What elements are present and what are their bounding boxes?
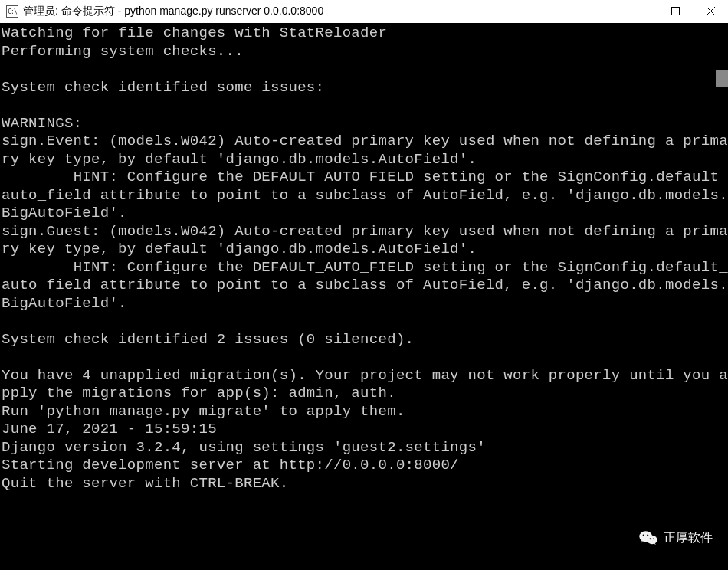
scrollbar-thumb[interactable] [716,70,728,87]
svg-rect-1 [671,8,679,15]
svg-point-6 [643,535,644,536]
window-title: 管理员: 命令提示符 - python manage.py runserver … [23,5,323,18]
svg-point-9 [653,538,654,539]
wechat-icon [639,529,657,547]
terminal-output[interactable]: Watching for file changes with StatReloa… [0,23,728,493]
cmd-icon: C:\ [6,5,18,18]
svg-point-7 [647,535,648,536]
maximize-button[interactable] [657,0,693,23]
watermark: 正厚软件 [639,529,713,547]
svg-point-8 [650,538,651,539]
minimize-icon [636,5,644,18]
window-controls [622,0,728,23]
minimize-button[interactable] [622,0,657,23]
close-button[interactable] [693,0,728,23]
watermark-text: 正厚软件 [664,530,713,546]
window-titlebar: C:\ 管理员: 命令提示符 - python manage.py runser… [0,0,728,23]
close-icon [707,5,715,18]
cmd-icon-label: C:\ [8,8,16,15]
maximize-icon [671,5,680,18]
svg-point-5 [647,536,657,545]
